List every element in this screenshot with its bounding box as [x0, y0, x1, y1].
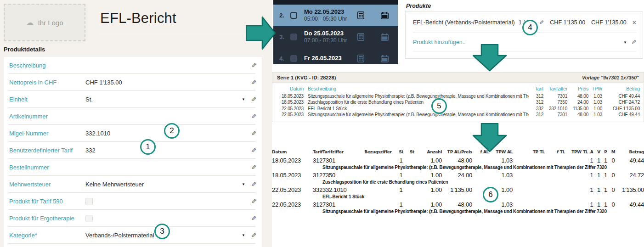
add-product-link[interactable]: Produkt hinzufügen.. — [413, 39, 466, 45]
table-cell: 18.05.2023 — [275, 93, 304, 100]
table-cell: 22.05.2023 — [275, 112, 304, 118]
field-label: Produkt für Tarif 590 — [9, 198, 85, 205]
form-field-row: Produkt für Tarif 590✎ — [4, 193, 262, 210]
serie-vorlage: Vorlage "9x7301 1x7350" — [582, 75, 639, 80]
form-field-row: Kategorie*Verbands-/Polstermaterial▼✎ — [4, 227, 262, 244]
edit-pencil-icon[interactable]: ✎ — [251, 198, 256, 205]
field-value: CHF 1'135.00 — [85, 79, 122, 86]
column-header: TPW — [588, 86, 602, 92]
edit-pencil-icon[interactable]: ✎ — [251, 181, 256, 188]
field-value: 332 — [85, 147, 96, 154]
produkte-panel-title: Produkte — [406, 3, 431, 9]
edit-pencil-icon[interactable]: ✎ — [251, 96, 256, 103]
appointment-text: Fr 26.05.2023 — [304, 55, 357, 62]
invoice-description-row: Sitzungspauschale für allgemeine Physiot… — [272, 165, 644, 171]
invoice-description: Sitzungspauschale für allgemeine Physiot… — [322, 209, 644, 215]
table-cell — [545, 200, 565, 209]
edit-pencil-icon[interactable]: ✎ — [632, 39, 636, 45]
calculator-icon[interactable] — [357, 55, 364, 62]
field-value: Verbands-/Polstermaterial — [85, 232, 154, 239]
table-cell — [565, 171, 588, 180]
annotation-badge-2: 2 — [164, 123, 180, 139]
checkbox[interactable] — [290, 12, 297, 19]
close-icon[interactable]: × — [633, 19, 636, 26]
column-header: Datum — [272, 150, 308, 156]
column-header: V — [595, 150, 602, 156]
table-cell — [513, 185, 545, 194]
table-cell — [545, 171, 565, 180]
appointment-row[interactable]: 2.Mo 22.05.202305:00 - 05:30 Uhr — [273, 5, 398, 26]
table-cell: 24.00 — [567, 99, 588, 106]
field-value: 332.1010 — [85, 130, 110, 137]
table-cell: 48.00 — [567, 112, 588, 118]
appointment-list-top-strip — [273, 0, 398, 5]
calendar-icon[interactable] — [381, 34, 389, 41]
invoice-row: 22.05.2023312730111.0048.001.03111049.44 — [272, 200, 644, 209]
table-cell: 312 — [308, 156, 322, 165]
edit-pencil-icon[interactable]: ✎ — [251, 232, 256, 239]
chevron-down-icon[interactable]: ▼ — [242, 97, 245, 101]
checkbox[interactable] — [85, 198, 93, 205]
table-cell: 1 — [602, 185, 609, 194]
spacer-cell — [308, 165, 322, 171]
chevron-down-icon[interactable]: ▼ — [242, 233, 245, 237]
calendar-icon[interactable] — [381, 12, 389, 19]
table-cell: 312 — [308, 171, 322, 180]
table-cell: 1 — [588, 200, 595, 209]
table-cell — [360, 156, 396, 165]
checkbox[interactable] — [85, 215, 93, 222]
chevron-down-icon[interactable]: ▼ — [623, 40, 627, 45]
flow-arrow-down-icon — [472, 44, 508, 72]
annotation-badge-1: 1 — [140, 139, 156, 155]
invoice-detail-table: DatumTarifTarifzifferBezugszifferSiStAnz… — [272, 150, 644, 215]
checkbox[interactable] — [290, 55, 297, 62]
serie-table: DatumBeschreibungTarifTarifzifferPreisTP… — [272, 83, 644, 122]
logo-placeholder[interactable]: ☁ Ihr Logo — [4, 4, 85, 41]
table-cell — [406, 171, 418, 180]
column-header: Betrag — [602, 86, 640, 92]
invoice-row: 18.05.2023312735011.0024.001.03111024.72 — [272, 171, 644, 180]
table-cell — [545, 156, 565, 165]
table-cell: 1 — [588, 171, 595, 180]
annotation-badge-4: 4 — [522, 20, 538, 35]
calculator-icon[interactable] — [357, 11, 364, 19]
table-cell: 1.03 — [489, 171, 513, 180]
appointment-icons — [357, 55, 389, 62]
table-cell — [565, 185, 588, 194]
column-header: TP TL — [513, 150, 545, 156]
table-cell: 1 — [396, 156, 406, 165]
edit-pencil-icon[interactable]: ✎ — [251, 62, 256, 69]
annotation-badge-6: 6 — [483, 187, 498, 202]
edit-pencil-icon[interactable]: ✎ — [251, 147, 256, 154]
table-cell: CHF 49.44 — [602, 93, 640, 100]
column-header: f TL — [545, 150, 565, 156]
edit-pencil-icon[interactable]: ✎ — [539, 19, 544, 26]
edit-pencil-icon[interactable]: ✎ — [251, 113, 256, 120]
calendar-icon[interactable] — [381, 55, 389, 62]
table-cell: 1.00 — [588, 106, 602, 112]
checkbox[interactable] — [290, 34, 297, 40]
edit-pencil-icon[interactable]: ✎ — [251, 164, 256, 171]
chevron-down-icon[interactable]: ▼ — [242, 182, 245, 186]
column-header: Preis — [567, 86, 588, 92]
table-cell: 48.00 — [442, 156, 472, 165]
edit-pencil-icon[interactable]: ✎ — [251, 79, 256, 86]
appointment-row[interactable]: 3.Do 25.05.202307:00 - 07:30 Uhr — [273, 26, 398, 48]
table-cell: 7301 — [322, 156, 360, 165]
table-cell — [472, 200, 489, 209]
form-field-row: Produkt für Ergotherapie✎ — [4, 210, 262, 227]
product-detail-panel: ☁ Ihr Logo EFL-Bericht Produktdetails Be… — [0, 0, 272, 247]
edit-pencil-icon[interactable]: ✎ — [251, 130, 256, 137]
calculator-icon[interactable] — [357, 33, 364, 41]
appointment-row[interactable]: 4.Fr 26.05.2023 — [273, 48, 398, 64]
title-divider — [99, 36, 243, 36]
table-cell: 48.00 — [442, 200, 472, 209]
table-cell — [513, 171, 545, 180]
edit-pencil-icon[interactable]: ✎ — [251, 215, 256, 222]
table-cell: 18.05.2023 — [275, 99, 304, 106]
column-header: A — [588, 150, 595, 156]
form-field-row: Beschreibung✎ — [4, 57, 262, 74]
field-value: Keine Mehrwertsteuer — [85, 181, 144, 188]
table-cell: 1 — [595, 171, 602, 180]
table-cell — [565, 156, 588, 165]
